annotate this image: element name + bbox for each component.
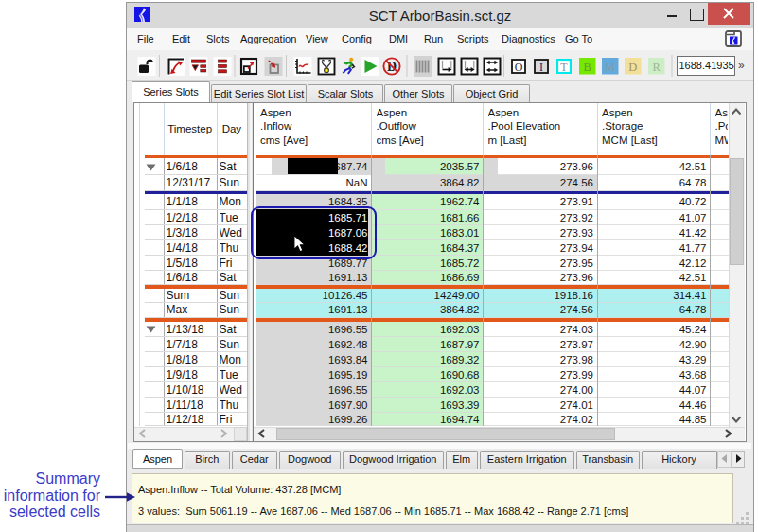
svg-text:O: O — [515, 61, 523, 74]
svg-text:B: B — [583, 61, 591, 74]
svg-text:D: D — [628, 61, 637, 74]
svg-text:M: M — [605, 61, 615, 74]
svg-text:T: T — [560, 61, 568, 74]
svg-text:R: R — [653, 61, 661, 74]
svg-text:I: I — [539, 61, 543, 74]
